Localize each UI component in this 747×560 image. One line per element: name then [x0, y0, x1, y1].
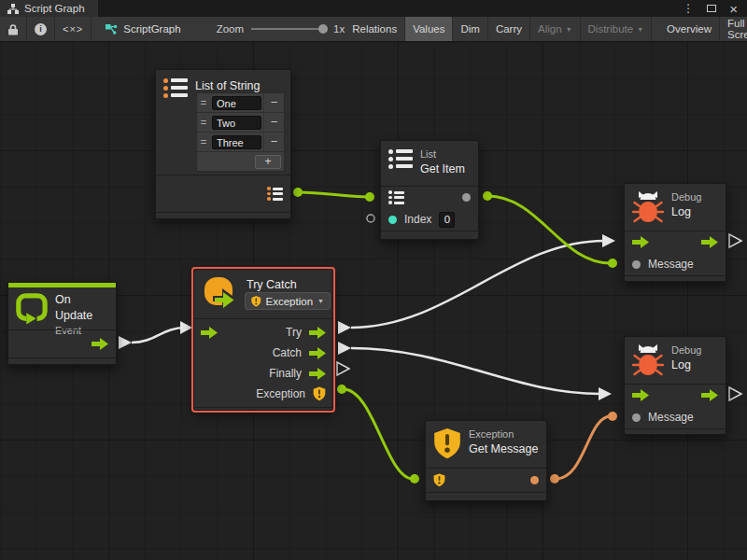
value-cap[interactable] [608, 412, 617, 421]
close-icon[interactable]: × [729, 3, 738, 15]
message-row: Message [625, 253, 726, 275]
flow-out-port[interactable] [92, 338, 108, 350]
flow-in-port[interactable] [632, 389, 649, 401]
list-item-field[interactable]: Three [212, 135, 261, 149]
flow-in-port[interactable] [201, 326, 218, 343]
wire-exception-to-getmessage[interactable] [344, 389, 413, 479]
list-item-field[interactable]: Two [212, 116, 261, 130]
index-value-field[interactable]: 0 [439, 212, 455, 228]
add-item-button[interactable]: + [255, 155, 281, 169]
node-get-item[interactable]: List Get Item Index 0 [380, 140, 479, 240]
string-list-editor: = One − = Two − = Three − [196, 92, 285, 172]
node-on-update[interactable]: On Update Event [7, 282, 117, 365]
zoom-slider-knob[interactable] [318, 24, 328, 34]
drag-handle-icon[interactable]: = [197, 136, 210, 147]
graph-icon [105, 22, 118, 35]
value-cap[interactable] [550, 474, 559, 483]
node-footer [156, 212, 290, 220]
try-catch-icon [202, 276, 239, 314]
drag-handle-icon[interactable]: = [197, 117, 210, 128]
wire-try-to-log-top[interactable] [351, 241, 604, 328]
distribute-dropdown[interactable]: Distribute ▼ [581, 17, 653, 41]
try-flow-out-port[interactable] [309, 327, 326, 339]
remove-item-button[interactable]: − [263, 113, 284, 132]
unconnected-flow-log-bottom-out[interactable] [729, 387, 741, 400]
graph-toolbar: i <×> ScriptGraph Zoom 1x Relations Val [0, 17, 747, 42]
catch-flow-out-port[interactable] [309, 347, 326, 359]
node-title: Get Item [420, 161, 465, 177]
inspect-button[interactable]: i [27, 17, 55, 41]
exception-type-dropdown[interactable]: Exception ▼ [245, 292, 331, 310]
dim-button[interactable]: Dim [453, 17, 487, 41]
wire-list-to-getitem[interactable] [298, 192, 368, 197]
flow-out-cap-on-update[interactable] [119, 336, 132, 349]
unconnected-value-index[interactable] [367, 215, 374, 222]
wire-getitem-to-log-top-message[interactable] [487, 196, 611, 263]
item-output-port[interactable] [462, 193, 471, 202]
port-label: Exception [256, 387, 305, 400]
node-get-message[interactable]: Exception Get Message [425, 420, 547, 501]
finally-flow-out-port[interactable] [309, 368, 326, 380]
flow-out-port[interactable] [701, 236, 718, 248]
wire-catch-to-log-bottom[interactable] [351, 348, 600, 394]
list-output-port[interactable] [267, 186, 283, 202]
node-footer [625, 275, 726, 283]
flow-out-port[interactable] [701, 389, 718, 401]
relations-button[interactable]: Relations [345, 17, 405, 41]
menu-icon[interactable]: ⋮ [683, 3, 694, 14]
exception-output-port[interactable] [313, 386, 326, 401]
shield-icon [251, 295, 261, 308]
node-debug-log-top[interactable]: Debug Log Message [624, 183, 726, 282]
list-item-field[interactable]: One [212, 96, 261, 110]
carry-button[interactable]: Carry [488, 17, 530, 41]
value-cap[interactable] [608, 259, 617, 268]
node-kind: Debug [671, 343, 701, 357]
value-cap[interactable] [337, 385, 346, 394]
flow-out-cap-catch[interactable] [338, 342, 351, 355]
values-button[interactable]: Values [405, 17, 453, 41]
flow-in-port[interactable] [632, 236, 649, 248]
list-input-port[interactable] [388, 189, 404, 205]
message-input-port[interactable] [632, 413, 641, 422]
wire-getmessage-to-log-bottom-message[interactable] [556, 416, 611, 479]
message-input-port[interactable] [632, 260, 641, 269]
tab-script-graph[interactable]: Script Graph [0, 0, 98, 17]
unity-visual-scripting-window: Script Graph ⋮ × i <×> [0, 0, 747, 560]
index-input-port[interactable] [388, 216, 397, 224]
value-cap[interactable] [410, 474, 419, 483]
flow-row [625, 231, 726, 253]
maximize-icon[interactable] [707, 5, 716, 12]
port-row-list [381, 186, 478, 208]
flow-out-cap-try[interactable] [338, 321, 351, 334]
align-dropdown[interactable]: Align ▼ [530, 17, 581, 41]
node-debug-log-bottom[interactable]: Debug Log Message [624, 336, 726, 435]
graph-breadcrumb[interactable]: ScriptGraph [105, 17, 180, 41]
node-footer [625, 428, 726, 436]
fullscreen-button[interactable]: Full Screen [720, 17, 747, 41]
message-output-port[interactable] [530, 476, 539, 484]
remove-item-button[interactable]: − [263, 93, 284, 112]
value-cap[interactable] [483, 191, 492, 201]
code-view-button[interactable]: <×> [55, 17, 92, 41]
flow-arrow-trycatch-in[interactable] [180, 321, 192, 334]
zoom-slider[interactable] [251, 28, 326, 30]
exception-input-port[interactable] [433, 473, 445, 487]
flow-arrow-log-top-in[interactable] [602, 234, 615, 247]
chevron-down-icon: ▼ [317, 298, 324, 304]
bug-icon [632, 190, 664, 224]
node-try-catch[interactable]: Try Catch Exception ▼ Try [193, 269, 333, 411]
remove-item-button[interactable]: − [263, 133, 284, 151]
node-list-of-string[interactable]: List of String = One − = Two − = Three [155, 69, 291, 219]
flow-row [625, 384, 726, 406]
window-controls: ⋮ × [683, 0, 747, 17]
value-cap[interactable] [293, 188, 303, 197]
unconnected-flow-log-top-out[interactable] [729, 234, 741, 247]
drag-handle-icon[interactable]: = [197, 97, 210, 108]
value-cap[interactable] [365, 192, 374, 202]
wire-onupdate-to-trycatch[interactable] [132, 328, 185, 343]
lock-button[interactable] [0, 17, 27, 41]
unconnected-flow-finally[interactable] [337, 362, 349, 375]
graph-canvas[interactable]: List of String = One − = Two − = Three [0, 42, 747, 560]
flow-arrow-log-bottom-in[interactable] [599, 387, 612, 400]
overview-button[interactable]: Overview [659, 17, 720, 41]
